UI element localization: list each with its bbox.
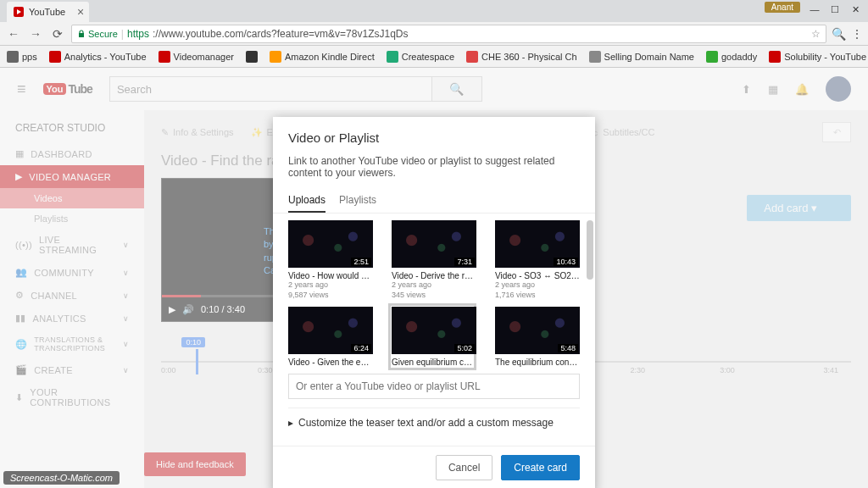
bookmark-item[interactable]: Selling Domain Name [586, 51, 698, 63]
translate-icon: 🌐 [15, 339, 27, 350]
address-bar: ← → ⟳ Secure | https://www.youtube.com/c… [0, 22, 868, 46]
sidebar-item-translations[interactable]: 🌐TRANSLATIONS & TRANSCRIPTIONS∨ [0, 330, 144, 358]
undo-button[interactable]: ↶ [822, 122, 851, 142]
youtube-header: ≡ YouTube 🔍 ⬆ ▦ 🔔 [0, 68, 868, 110]
url-input[interactable] [288, 374, 580, 399]
notifications-icon[interactable]: 🔔 [795, 83, 809, 96]
bookmark-item[interactable]: Createspace [383, 51, 458, 63]
creator-sidebar: CREATOR STUDIO ▦DASHBOARD ▶VIDEO MANAGER… [0, 110, 144, 488]
back-icon[interactable]: ← [5, 25, 22, 42]
bookmark-item[interactable]: godaddy [703, 51, 760, 63]
search-form: 🔍 [109, 76, 482, 102]
sidebar-item-analytics[interactable]: ▮▮ANALYTICS∨ [0, 307, 144, 330]
bookmark-item[interactable]: Amazon Kindle Direct [266, 51, 378, 63]
youtube-logo[interactable]: YouTube [43, 82, 92, 96]
sidebar-item-channel[interactable]: ⚙CHANNEL∨ [0, 284, 144, 307]
video-playlist-modal: Video or Playlist Link to another YouTub… [273, 117, 595, 488]
forward-icon[interactable]: → [27, 25, 44, 42]
sidebar-item-community[interactable]: 👥COMMUNITY∨ [0, 261, 144, 284]
chevron-right-icon: ▸ [288, 417, 293, 429]
modal-subtitle: Link to another YouTube video or playlis… [273, 155, 595, 189]
time-display: 0:10 / 3:40 [201, 304, 245, 314]
video-card[interactable]: 2:51 Video - How would you p… 2 years ag… [288, 220, 373, 300]
search-button[interactable]: 🔍 [431, 76, 482, 102]
scrollbar[interactable] [587, 220, 593, 280]
guide-icon[interactable]: ≡ [17, 80, 26, 98]
video-card[interactable]: 7:31 Video - Derive the relatio… 2 years… [392, 220, 476, 300]
feedback-button[interactable]: Hide and feedback [144, 452, 246, 476]
window-controls: — ☐ ✕ [805, 2, 865, 17]
modal-tabs: Uploads Playlists [273, 189, 595, 214]
url-field[interactable]: Secure | https://www.youtube.com/cards?f… [71, 25, 826, 43]
maximize-icon[interactable]: ☐ [826, 2, 844, 17]
bookmarks-bar: pps Analytics - YouTube Videomanager Ama… [0, 46, 868, 68]
youtube-favicon [14, 7, 24, 17]
search-input[interactable] [109, 76, 431, 102]
bookmark-item[interactable]: CHE 360 - Physical Ch [463, 51, 581, 63]
tab-title: YouTube [29, 7, 65, 17]
play-icon[interactable]: ▶ [169, 304, 175, 315]
menu-icon[interactable]: ⋮ [851, 27, 863, 41]
video-card-selected[interactable]: 5:02 Given equilibrium const [390, 305, 475, 369]
create-card-button[interactable]: Create card [501, 455, 580, 480]
bookmark-item[interactable]: Analytics - YouTube [46, 51, 150, 63]
volume-icon[interactable]: 🔊 [182, 304, 194, 315]
video-manager-icon: ▶ [15, 171, 22, 182]
secure-badge: Secure [77, 29, 118, 39]
video-grid: 2:51 Video - How would you p… 2 years ag… [273, 214, 595, 370]
sidebar-item-create[interactable]: 🎬CREATE∨ [0, 358, 144, 381]
contributions-icon: ⬇ [15, 392, 23, 403]
customize-expander[interactable]: ▸ Customize the teaser text and/or add a… [288, 408, 580, 437]
upload-icon[interactable]: ⬆ [742, 83, 751, 96]
tab-info[interactable]: ✎ Info & Settings [161, 127, 234, 138]
url-protocol: https [127, 28, 149, 40]
zoom-icon[interactable]: 🔍 [832, 27, 846, 41]
sidebar-item-dashboard[interactable]: ▦DASHBOARD [0, 142, 144, 165]
sidebar-title: CREATOR STUDIO [0, 122, 144, 142]
tab-close-icon[interactable]: × [77, 5, 84, 19]
browser-tab[interactable]: YouTube × [7, 2, 89, 22]
minimize-icon[interactable]: — [805, 2, 824, 17]
tab-uploads[interactable]: Uploads [288, 189, 326, 213]
star-icon[interactable]: ☆ [811, 28, 821, 40]
video-card[interactable]: 6:24 Video - Given the equilib [288, 307, 373, 367]
cancel-button[interactable]: Cancel [436, 455, 492, 480]
gear-icon: ⚙ [15, 290, 24, 301]
add-card-button[interactable]: Add card ▾ [747, 195, 851, 221]
live-icon: ((•)) [15, 240, 32, 250]
watermark: Screencast-O-Matic.com [3, 471, 120, 485]
dashboard-icon: ▦ [15, 148, 24, 159]
close-icon[interactable]: ✕ [846, 2, 865, 17]
tab-subtitles[interactable]: ㏄ Subtitles/CC [589, 126, 654, 139]
chrome-user-chip[interactable]: Anant [765, 2, 800, 13]
sidebar-item-video-manager[interactable]: ▶VIDEO MANAGER [0, 165, 144, 188]
video-card[interactable]: 10:43 Video - SO3 ↔ SO2 + O2… 2 years ag… [495, 220, 580, 300]
sidebar-item-live[interactable]: ((•))LIVE STREAMING∨ [0, 229, 144, 261]
browser-tab-strip: YouTube × Anant — ☐ ✕ [0, 0, 868, 22]
sidebar-item-contributions[interactable]: ⬇YOUR CONTRIBUTIONS [0, 381, 144, 413]
community-icon: 👥 [15, 267, 27, 278]
apps-icon[interactable]: ▦ [768, 83, 778, 96]
url-path: ://www.youtube.com/cards?feature=vm&v=78… [153, 28, 408, 40]
tab-playlists[interactable]: Playlists [339, 189, 376, 213]
lock-icon [77, 30, 86, 38]
reload-icon[interactable]: ⟳ [49, 25, 66, 42]
avatar[interactable] [826, 76, 851, 102]
video-card[interactable]: 5:48 The equilibrium constan [495, 307, 580, 367]
bookmark-item[interactable]: pps [3, 51, 41, 63]
sidebar-sub-playlists[interactable]: Playlists [0, 208, 144, 229]
bookmark-item[interactable]: Solubility - YouTube [765, 51, 868, 63]
bookmark-item[interactable]: Videomanager [155, 51, 237, 63]
bookmark-item[interactable] [242, 51, 261, 63]
create-icon: 🎬 [15, 364, 27, 375]
analytics-icon: ▮▮ [15, 313, 26, 324]
sidebar-sub-videos[interactable]: Videos [0, 188, 144, 208]
svg-rect-2 [79, 33, 84, 37]
modal-title: Video or Playlist [273, 117, 595, 155]
